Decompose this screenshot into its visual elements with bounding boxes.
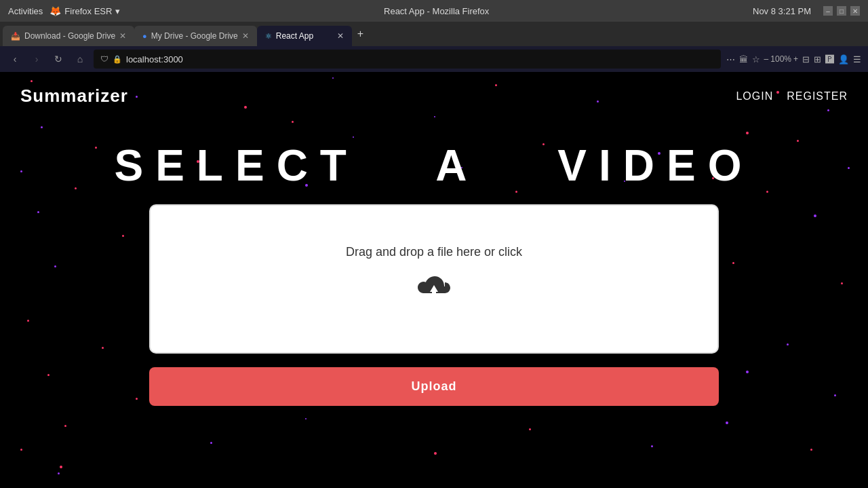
particle [47, 374, 50, 376]
particle [732, 262, 734, 264]
forward-button[interactable]: › [28, 51, 45, 67]
particle [305, 418, 307, 419]
tab-mydrive[interactable]: ● My Drive - Google Drive ✕ [134, 26, 257, 46]
hero-text: Select A Video [0, 140, 868, 191]
browser-dropdown-icon[interactable]: ▾ [115, 6, 120, 16]
star-icon[interactable]: ☆ [752, 54, 760, 64]
upload-cloud-icon [415, 273, 453, 313]
activities-button[interactable]: Activities [8, 6, 43, 16]
reader-view-icon[interactable]: ⊟ [802, 54, 810, 64]
browser-window: Activities 🦊 Firefox ESR ▾ React App - M… [0, 0, 868, 488]
browser-name: Firefox ESR [64, 6, 112, 16]
maximize-button[interactable]: □ [837, 6, 846, 16]
tab-bar: 📥 Download - Google Drive ✕ ● My Drive -… [0, 22, 868, 46]
particle [102, 347, 104, 349]
particle [810, 449, 812, 451]
upload-button[interactable]: Upload [149, 367, 719, 406]
particle [353, 136, 354, 138]
particle [787, 343, 789, 345]
address-input-wrap: 🛡 🔒 [94, 50, 721, 69]
particle [841, 282, 843, 284]
zoom-level: 100% [770, 54, 791, 64]
extensions-icon[interactable]: ⋯ [726, 54, 735, 64]
zoom-minus[interactable]: – [764, 54, 769, 64]
page-content: Summarizer LOGIN REGISTER Select A Video… [0, 72, 868, 488]
app-navbar: Summarizer LOGIN REGISTER [0, 72, 868, 120]
drop-zone[interactable]: Drag and drop a file here or click [149, 204, 719, 354]
hero-word2: A [435, 141, 479, 190]
back-button[interactable]: ‹ [7, 51, 23, 67]
particle [64, 425, 66, 427]
tab-download-close[interactable]: ✕ [119, 31, 126, 41]
menu-icon[interactable]: ☰ [853, 54, 861, 64]
secure-icon: 🛡 [100, 54, 108, 64]
reload-button[interactable]: ↻ [50, 51, 66, 67]
tab-reactapp-label: React App [276, 31, 333, 41]
login-link[interactable]: LOGIN [736, 90, 773, 102]
app-nav-links: LOGIN REGISTER [736, 90, 848, 102]
title-bar-right: Nov 8 3:21 PM – □ ✕ [753, 6, 860, 16]
register-link[interactable]: REGISTER [787, 90, 848, 102]
particle [37, 211, 39, 213]
address-bar: ‹ › ↻ ⌂ 🛡 🔒 ⋯ 🏛 ☆ – 100% + ⊟ ⊞ 🅿 👤 ☰ [0, 46, 868, 72]
new-tab-button[interactable]: + [352, 25, 369, 43]
particle [814, 214, 816, 217]
tab-download-favicon: 📥 [11, 32, 20, 41]
particle [58, 472, 60, 474]
particle [27, 320, 29, 322]
svg-rect-1 [432, 290, 436, 299]
particle [434, 452, 437, 455]
sidebar-toggle-icon[interactable]: ⊞ [814, 54, 821, 64]
particle [515, 191, 517, 193]
bookmark-container-icon[interactable]: 🏛 [739, 54, 748, 64]
account-icon[interactable]: 👤 [838, 54, 849, 64]
zoom-display: – 100% + [764, 54, 798, 64]
particle [651, 445, 653, 447]
app-logo: Summarizer [20, 86, 128, 107]
particle [726, 421, 728, 424]
particle [746, 371, 749, 373]
particle [834, 394, 836, 396]
firefox-icon: 🦊 [50, 5, 61, 16]
particle [136, 398, 138, 400]
window-title: React App - Mozilla Firefox [384, 6, 489, 16]
home-button[interactable]: ⌂ [72, 51, 88, 67]
particle [529, 428, 531, 430]
particle [746, 132, 749, 134]
particle [60, 466, 62, 468]
tab-reactapp-close[interactable]: ✕ [337, 31, 344, 41]
drop-zone-text: Drag and drop a file here or click [346, 245, 522, 259]
address-bar-right: ⋯ 🏛 ☆ – 100% + ⊟ ⊞ 🅿 👤 ☰ [726, 54, 861, 64]
tab-mydrive-close[interactable]: ✕ [242, 31, 249, 41]
particle [766, 191, 768, 193]
datetime-display: Nov 8 3:21 PM [753, 6, 811, 16]
tab-reactapp-favicon: ⚛ [265, 32, 272, 41]
window-controls: – □ ✕ [823, 6, 860, 16]
particle [292, 121, 294, 123]
title-bar-left: Activities 🦊 Firefox ESR ▾ [8, 5, 120, 16]
tab-mydrive-label: My Drive - Google Drive [151, 31, 238, 41]
minimize-button[interactable]: – [823, 6, 833, 16]
hero-word3: Video [557, 141, 753, 190]
tab-download[interactable]: 📥 Download - Google Drive ✕ [3, 26, 134, 46]
close-button[interactable]: ✕ [850, 6, 860, 16]
particle [20, 449, 22, 451]
particle [54, 265, 56, 267]
tab-reactapp[interactable]: ⚛ React App ✕ [257, 26, 352, 46]
tab-mydrive-favicon: ● [142, 32, 147, 40]
drop-zone-container: Drag and drop a file here or click [149, 204, 719, 354]
particle [41, 126, 43, 128]
address-input[interactable] [126, 54, 714, 64]
title-bar: Activities 🦊 Firefox ESR ▾ React App - M… [0, 0, 868, 22]
zoom-plus[interactable]: + [793, 54, 798, 64]
hero-word1: Select [114, 141, 358, 190]
lock-icon: 🔒 [113, 55, 122, 64]
tab-download-label: Download - Google Drive [24, 31, 115, 41]
particle [122, 235, 124, 237]
particle [210, 442, 212, 444]
browser-brand: 🦊 Firefox ESR ▾ [50, 5, 120, 16]
pocket-icon[interactable]: 🅿 [825, 54, 834, 64]
